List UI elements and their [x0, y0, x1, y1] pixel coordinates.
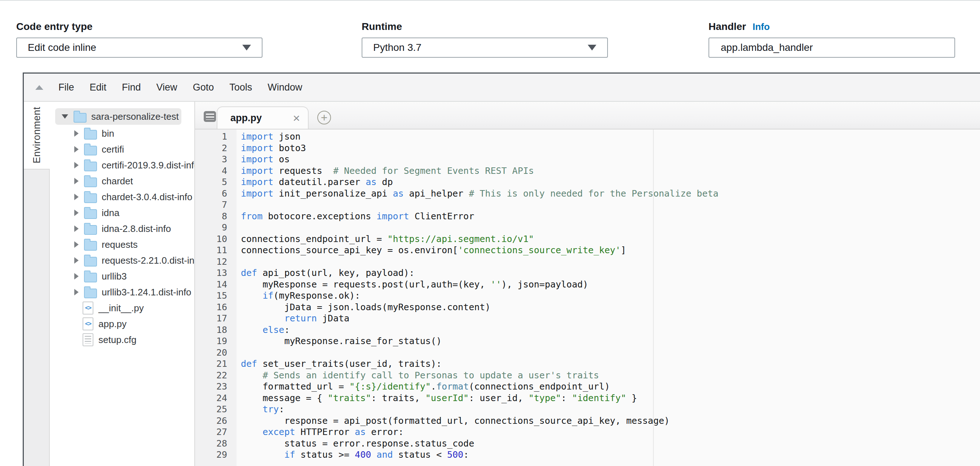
menu-item-view[interactable]: View [156, 82, 177, 93]
line-number: 10 [195, 233, 227, 245]
tree-item-label: urllib3 [102, 271, 127, 282]
line-number: 4 [195, 165, 227, 177]
expand-arrow-icon[interactable] [74, 178, 79, 184]
code-content[interactable]: import jsonimport boto3import osimport r… [237, 129, 980, 466]
handler-label: Handler Info [708, 21, 955, 33]
expand-arrow-icon[interactable] [74, 194, 79, 200]
tab-list-icon[interactable] [204, 111, 216, 122]
line-number: 19 [195, 336, 227, 347]
ide-menubar: FileEditFindViewGotoToolsWindow [24, 73, 980, 102]
tree-item-urllib3-1.24.1.dist-info[interactable]: urllib3-1.24.1.dist-info [50, 284, 194, 300]
runtime-label-text: Runtime [362, 21, 402, 33]
tree-item-label: sara-personalize-test [91, 111, 179, 122]
code-editor[interactable]: 1234567891011121314151617181920212223242… [195, 129, 980, 466]
code-line: import init_personalize_api as api_helpe… [241, 188, 980, 199]
close-tab-icon[interactable]: × [293, 113, 300, 123]
handler-info-link[interactable]: Info [752, 21, 770, 33]
line-number: 28 [195, 438, 227, 449]
menu-item-edit[interactable]: Edit [90, 82, 107, 93]
handler-field: Handler Info [708, 21, 955, 58]
tree-item-label: chardet-3.0.4.dist-info [102, 191, 192, 203]
tree-item-label: certifi [102, 144, 124, 155]
tree-item-requests-2.21.0.dist-info[interactable]: requests-2.21.0.dist-info [50, 253, 194, 268]
tree-item-requests[interactable]: requests [50, 237, 194, 253]
tree-item-__init__.py[interactable]: __init__.py [50, 300, 194, 316]
tree-item-urllib3[interactable]: urllib3 [50, 268, 194, 284]
runtime-label: Runtime [362, 21, 608, 33]
environment-tab[interactable]: Environment [24, 102, 50, 169]
line-number: 13 [195, 267, 227, 279]
config-file-icon [83, 333, 93, 346]
tree-item-chardet-3.0.4.dist-info[interactable]: chardet-3.0.4.dist-info [50, 189, 194, 205]
line-number: 1 [195, 131, 227, 143]
line-number: 11 [195, 245, 227, 256]
tree-item-certifi[interactable]: certifi [50, 142, 194, 157]
code-line: formatted_url = "{:s}/identify".format(c… [241, 381, 980, 393]
menu-item-tools[interactable]: Tools [229, 82, 252, 93]
code-entry-type-field: Code entry type Edit code inline [16, 21, 262, 58]
line-number: 12 [195, 256, 227, 268]
environment-tab-label: Environment [31, 107, 43, 164]
code-line: import requests # Needed for Segment Eve… [241, 165, 980, 177]
handler-input[interactable] [720, 41, 943, 54]
code-line: import boto3 [241, 143, 980, 154]
code-line: message = { "traits": traits, "userId": … [241, 393, 980, 404]
folder-icon [84, 257, 97, 267]
menu-item-window[interactable]: Window [267, 82, 302, 93]
menu-item-file[interactable]: File [59, 82, 74, 93]
expand-arrow-icon[interactable] [74, 226, 79, 232]
folder-icon [84, 289, 97, 298]
tree-item-app.py[interactable]: app.py [50, 316, 194, 332]
folder-icon [84, 193, 97, 203]
line-number: 21 [195, 358, 227, 370]
expand-arrow-icon[interactable] [74, 241, 79, 248]
runtime-select[interactable]: Python 3.7 [362, 38, 608, 58]
tree-item-label: idna-2.8.dist-info [102, 223, 171, 234]
folder-icon [84, 146, 97, 156]
expand-arrow-icon[interactable] [74, 289, 79, 296]
tree-item-certifi-2019.3.9.dist-info[interactable]: certifi-2019.3.9.dist-info [50, 157, 194, 173]
code-line: connections_endpoint_url = "https://api.… [241, 233, 980, 245]
line-number: 26 [195, 415, 227, 427]
expand-arrow-icon[interactable] [74, 130, 79, 137]
handler-input-box [708, 38, 955, 58]
code-line [241, 347, 980, 358]
folder-icon [84, 225, 97, 235]
code-line [241, 199, 980, 211]
code-line: response = api_post(formatted_url, conne… [241, 415, 980, 427]
add-tab-icon[interactable]: + [317, 111, 331, 124]
expand-arrow-icon[interactable] [74, 257, 79, 264]
tree-item-idna-2.8.dist-info[interactable]: idna-2.8.dist-info [50, 221, 194, 237]
tree-item-sara-personalize-test[interactable]: sara-personalize-test [55, 108, 181, 125]
python-file-icon [83, 302, 93, 315]
expand-arrow-icon[interactable] [74, 146, 79, 153]
menu-item-goto[interactable]: Goto [193, 82, 214, 93]
line-number: 8 [195, 211, 227, 222]
code-line: import os [241, 154, 980, 165]
code-line: import dateutil.parser as dp [241, 177, 980, 188]
code-line: myResponse.raise_for_status() [241, 336, 980, 347]
code-line: try: [241, 404, 980, 415]
collapse-menu-icon[interactable] [35, 85, 43, 90]
menu-item-find[interactable]: Find [122, 82, 141, 93]
line-number: 27 [195, 426, 227, 438]
code-entry-type-select[interactable]: Edit code inline [16, 38, 262, 58]
tree-item-label: certifi-2019.3.9.dist-info [102, 160, 195, 171]
code-line: status = error.response.status_code [241, 438, 980, 449]
collapse-arrow-icon[interactable] [62, 115, 68, 119]
line-number: 15 [195, 290, 227, 302]
code-line: return jData [241, 313, 980, 324]
tree-item-setup.cfg[interactable]: setup.cfg [50, 332, 194, 348]
expand-arrow-icon[interactable] [74, 210, 79, 216]
runtime-field: Runtime Python 3.7 [362, 21, 608, 58]
tree-item-idna[interactable]: idna [50, 205, 194, 221]
expand-arrow-icon[interactable] [74, 273, 79, 280]
tree-item-label: idna [102, 207, 119, 219]
expand-arrow-icon[interactable] [74, 162, 79, 169]
tree-item-label: requests [102, 239, 138, 250]
ide-main: Environment sara-personalize-testbincert… [24, 102, 980, 466]
page-top-divider [0, 0, 980, 1]
tree-item-chardet[interactable]: chardet [50, 173, 194, 189]
tab-app-py[interactable]: app.py × [217, 107, 309, 129]
tree-item-bin[interactable]: bin [50, 126, 194, 142]
